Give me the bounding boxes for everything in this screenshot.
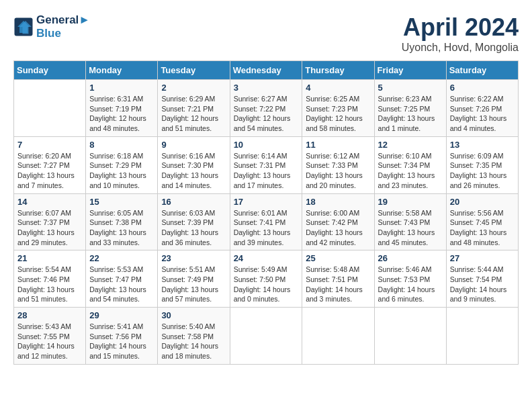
calendar-cell: 26Sunrise: 5:46 AM Sunset: 7:53 PM Dayli… <box>374 250 446 308</box>
location: Uyonch, Hovd, Mongolia <box>402 42 519 54</box>
day-info: Sunrise: 6:25 AM Sunset: 7:23 PM Dayligh… <box>306 94 370 134</box>
day-info: Sunrise: 6:22 AM Sunset: 7:26 PM Dayligh… <box>450 94 515 134</box>
day-number: 21 <box>17 253 82 263</box>
day-number: 14 <box>17 197 82 207</box>
weekday-thursday: Thursday <box>302 61 374 80</box>
weekday-monday: Monday <box>86 61 158 80</box>
day-info: Sunrise: 5:44 AM Sunset: 7:54 PM Dayligh… <box>450 265 515 304</box>
calendar-cell: 9Sunrise: 6:16 AM Sunset: 7:30 PM Daylig… <box>158 136 230 193</box>
day-number: 11 <box>306 140 370 150</box>
day-number: 6 <box>450 83 515 93</box>
day-info: Sunrise: 6:03 AM Sunset: 7:39 PM Dayligh… <box>161 208 226 248</box>
calendar-cell: 16Sunrise: 6:03 AM Sunset: 7:39 PM Dayli… <box>158 193 230 250</box>
calendar-cell: 11Sunrise: 6:12 AM Sunset: 7:33 PM Dayli… <box>302 136 374 193</box>
week-row-3: 14Sunrise: 6:07 AM Sunset: 7:37 PM Dayli… <box>14 193 519 250</box>
day-info: Sunrise: 5:48 AM Sunset: 7:51 PM Dayligh… <box>306 265 370 304</box>
calendar-cell: 4Sunrise: 6:25 AM Sunset: 7:23 PM Daylig… <box>302 80 374 137</box>
day-info: Sunrise: 5:51 AM Sunset: 7:49 PM Dayligh… <box>161 265 226 304</box>
calendar-cell: 8Sunrise: 6:18 AM Sunset: 7:29 PM Daylig… <box>86 136 158 193</box>
calendar-cell: 15Sunrise: 6:05 AM Sunset: 7:38 PM Dayli… <box>86 193 158 250</box>
day-number: 27 <box>450 253 515 263</box>
day-number: 13 <box>450 140 515 150</box>
calendar-cell: 27Sunrise: 5:44 AM Sunset: 7:54 PM Dayli… <box>446 250 518 308</box>
logo: General► Blue <box>13 13 90 40</box>
calendar-cell <box>230 308 302 365</box>
day-info: Sunrise: 6:20 AM Sunset: 7:27 PM Dayligh… <box>17 151 82 191</box>
day-info: Sunrise: 6:10 AM Sunset: 7:34 PM Dayligh… <box>378 151 443 191</box>
day-number: 4 <box>306 83 370 93</box>
week-row-1: 1Sunrise: 6:31 AM Sunset: 7:19 PM Daylig… <box>14 80 519 137</box>
day-info: Sunrise: 6:18 AM Sunset: 7:29 PM Dayligh… <box>89 151 154 191</box>
calendar-cell: 3Sunrise: 6:27 AM Sunset: 7:22 PM Daylig… <box>230 80 302 137</box>
calendar-cell: 19Sunrise: 5:58 AM Sunset: 7:43 PM Dayli… <box>374 193 446 250</box>
weekday-sunday: Sunday <box>14 61 86 80</box>
calendar-cell: 2Sunrise: 6:29 AM Sunset: 7:21 PM Daylig… <box>158 80 230 137</box>
calendar-cell: 21Sunrise: 5:54 AM Sunset: 7:46 PM Dayli… <box>14 250 86 308</box>
weekday-friday: Friday <box>374 61 446 80</box>
day-info: Sunrise: 6:09 AM Sunset: 7:35 PM Dayligh… <box>450 151 515 191</box>
day-number: 30 <box>161 310 226 320</box>
day-number: 3 <box>234 83 299 93</box>
day-info: Sunrise: 5:56 AM Sunset: 7:45 PM Dayligh… <box>450 208 515 248</box>
weekday-header-row: SundayMondayTuesdayWednesdayThursdayFrid… <box>14 61 519 80</box>
calendar-cell: 6Sunrise: 6:22 AM Sunset: 7:26 PM Daylig… <box>446 80 518 137</box>
day-info: Sunrise: 6:01 AM Sunset: 7:41 PM Dayligh… <box>234 208 299 248</box>
day-number: 24 <box>234 253 299 263</box>
day-info: Sunrise: 5:41 AM Sunset: 7:56 PM Dayligh… <box>89 322 154 361</box>
calendar-cell: 7Sunrise: 6:20 AM Sunset: 7:27 PM Daylig… <box>14 136 86 193</box>
day-info: Sunrise: 6:23 AM Sunset: 7:25 PM Dayligh… <box>378 94 443 134</box>
calendar-cell: 24Sunrise: 5:49 AM Sunset: 7:50 PM Dayli… <box>230 250 302 308</box>
day-info: Sunrise: 5:46 AM Sunset: 7:53 PM Dayligh… <box>378 265 443 304</box>
day-number: 2 <box>161 83 226 93</box>
calendar-cell: 29Sunrise: 5:41 AM Sunset: 7:56 PM Dayli… <box>86 308 158 365</box>
calendar-cell: 10Sunrise: 6:14 AM Sunset: 7:31 PM Dayli… <box>230 136 302 193</box>
day-number: 1 <box>89 83 154 93</box>
day-info: Sunrise: 6:07 AM Sunset: 7:37 PM Dayligh… <box>17 208 82 248</box>
day-number: 20 <box>450 197 515 207</box>
day-number: 15 <box>89 197 154 207</box>
calendar-cell <box>446 308 518 365</box>
day-info: Sunrise: 6:14 AM Sunset: 7:31 PM Dayligh… <box>234 151 299 191</box>
calendar-cell: 25Sunrise: 5:48 AM Sunset: 7:51 PM Dayli… <box>302 250 374 308</box>
day-number: 28 <box>17 310 82 320</box>
calendar-body: 1Sunrise: 6:31 AM Sunset: 7:19 PM Daylig… <box>14 80 519 365</box>
calendar-cell: 12Sunrise: 6:10 AM Sunset: 7:34 PM Dayli… <box>374 136 446 193</box>
day-info: Sunrise: 6:05 AM Sunset: 7:38 PM Dayligh… <box>89 208 154 248</box>
day-number: 7 <box>17 140 82 150</box>
day-info: Sunrise: 5:58 AM Sunset: 7:43 PM Dayligh… <box>378 208 443 248</box>
calendar-cell: 14Sunrise: 6:07 AM Sunset: 7:37 PM Dayli… <box>14 193 86 250</box>
day-number: 8 <box>89 140 154 150</box>
weekday-wednesday: Wednesday <box>230 61 302 80</box>
calendar-cell: 22Sunrise: 5:53 AM Sunset: 7:47 PM Dayli… <box>86 250 158 308</box>
month-title: April 2024 <box>402 13 519 42</box>
day-number: 16 <box>161 197 226 207</box>
day-number: 22 <box>89 253 154 263</box>
day-info: Sunrise: 6:27 AM Sunset: 7:22 PM Dayligh… <box>234 94 299 134</box>
day-number: 23 <box>161 253 226 263</box>
calendar-cell: 20Sunrise: 5:56 AM Sunset: 7:45 PM Dayli… <box>446 193 518 250</box>
day-number: 5 <box>378 83 443 93</box>
page-header: General► Blue April 2024 Uyonch, Hovd, M… <box>13 13 519 54</box>
day-number: 18 <box>306 197 370 207</box>
weekday-tuesday: Tuesday <box>158 61 230 80</box>
day-number: 25 <box>306 253 370 263</box>
logo-icon <box>13 17 34 37</box>
title-block: April 2024 Uyonch, Hovd, Mongolia <box>402 13 519 54</box>
day-info: Sunrise: 6:29 AM Sunset: 7:21 PM Dayligh… <box>161 94 226 134</box>
calendar-cell: 17Sunrise: 6:01 AM Sunset: 7:41 PM Dayli… <box>230 193 302 250</box>
calendar-cell: 5Sunrise: 6:23 AM Sunset: 7:25 PM Daylig… <box>374 80 446 137</box>
day-info: Sunrise: 5:54 AM Sunset: 7:46 PM Dayligh… <box>17 265 82 304</box>
calendar-table: SundayMondayTuesdayWednesdayThursdayFrid… <box>13 60 519 365</box>
calendar-cell: 18Sunrise: 6:00 AM Sunset: 7:42 PM Dayli… <box>302 193 374 250</box>
week-row-2: 7Sunrise: 6:20 AM Sunset: 7:27 PM Daylig… <box>14 136 519 193</box>
day-info: Sunrise: 5:49 AM Sunset: 7:50 PM Dayligh… <box>234 265 299 304</box>
weekday-saturday: Saturday <box>446 61 518 80</box>
day-number: 26 <box>378 253 443 263</box>
calendar-cell <box>14 80 86 137</box>
day-info: Sunrise: 5:43 AM Sunset: 7:55 PM Dayligh… <box>17 322 82 361</box>
day-number: 17 <box>234 197 299 207</box>
day-info: Sunrise: 6:31 AM Sunset: 7:19 PM Dayligh… <box>89 94 154 134</box>
day-number: 9 <box>161 140 226 150</box>
logo-text: General► Blue <box>36 13 90 40</box>
day-number: 12 <box>378 140 443 150</box>
